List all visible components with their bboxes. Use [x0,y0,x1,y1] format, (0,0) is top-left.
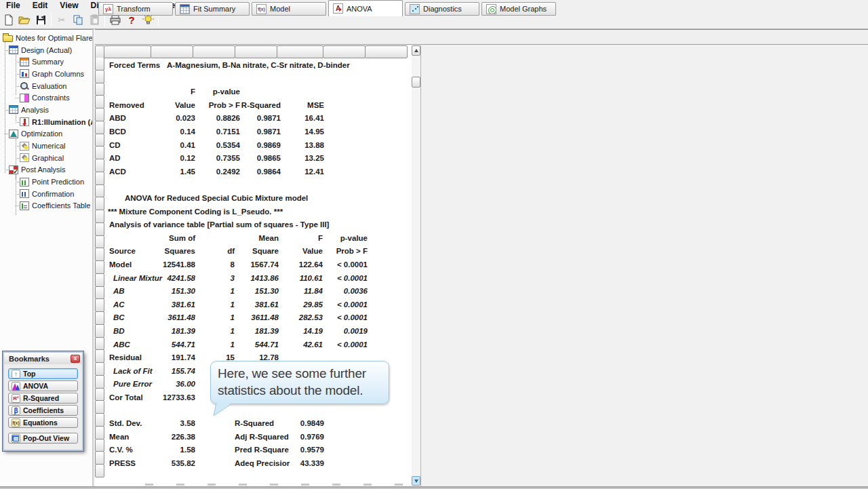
row-header-button[interactable] [95,70,104,83]
row-header-button[interactable] [95,311,104,325]
row-header-button[interactable] [95,388,104,402]
sidebar-item-confirmation[interactable]: Confirmation [0,188,92,200]
row-header-button[interactable] [95,248,104,261]
row-header-button[interactable] [95,210,104,223]
grid-corner-button[interactable] [95,45,104,58]
tab-diagnostics[interactable]: Diagnostics [405,2,479,16]
anova-row-abc: ABC 544.71 1 544.71 42.61 < 0.0001 [104,338,412,351]
row-header-button[interactable] [95,362,104,376]
row-header-button[interactable] [95,400,104,414]
row-header-button[interactable] [95,58,104,71]
row-header-button[interactable] [95,298,104,312]
column-header-button[interactable] [365,45,408,58]
open-folder-icon[interactable] [16,12,33,27]
row-header-button[interactable] [95,235,104,249]
graphical-icon [20,153,29,162]
tree-root-label: Notes for Optimal Flare wit [16,34,92,42]
row-header-button[interactable] [95,273,104,287]
bookmark-coefficients-button[interactable]: β Coefficients [8,405,78,416]
menu-file[interactable]: File [0,0,26,11]
anova-row-model: Model 12541.88 8 1567.74 122.64 < 0.0001 [104,258,412,271]
sidebar-item-design[interactable]: Design (Actual) [0,44,92,56]
row-header-button[interactable] [95,439,104,452]
row-header-button[interactable] [95,260,104,274]
row-header-button[interactable] [95,184,104,198]
bookmark-equations-button[interactable]: f(x) Equations [8,417,78,428]
close-icon[interactable]: x [71,355,80,363]
row-header-button[interactable] [95,337,104,351]
row-header-button[interactable] [95,83,104,96]
column-header-button[interactable] [151,45,193,58]
vertical-scrollbar[interactable] [412,45,421,486]
row-header-button[interactable] [95,146,104,159]
row-header-button[interactable] [95,121,104,134]
sidebar-item-analysis[interactable]: Analysis [0,104,92,116]
bookmark-anova-button[interactable]: ANOVA [8,380,78,391]
row-header-button[interactable] [95,95,104,109]
menu-view[interactable]: View [54,0,84,11]
copy-icon[interactable] [70,12,86,27]
row-header-button[interactable] [95,222,104,236]
bookmark-top-button[interactable]: ↑ Top [8,368,78,379]
save-icon[interactable] [33,12,49,27]
row-header-button[interactable] [95,413,104,427]
row-header-button[interactable] [95,324,104,338]
sidebar-item-graphical[interactable]: Graphical [0,152,92,164]
row-header-button[interactable] [95,464,104,477]
row-header-button[interactable] [95,375,104,389]
row-header-button[interactable] [95,349,104,363]
row-header-button[interactable] [95,197,104,210]
bookmark-r-squared-button[interactable]: R² R-Squared [8,393,78,404]
sidebar-item-numerical[interactable]: Numerical [0,140,92,152]
scrollbar-thumb[interactable] [412,77,420,87]
pop-out-view-button[interactable]: Pop-Out View [8,433,78,444]
tree-root-notes[interactable]: Notes for Optimal Flare wit [0,32,92,44]
anova-header: Source Squares df Square Value Prob > F [104,244,412,258]
column-header-button[interactable] [104,45,151,58]
cut-icon[interactable]: ✂ [54,12,70,27]
summary-table-icon [20,58,29,66]
bookmarks-title-bar[interactable]: Bookmarks x [4,353,82,364]
row-header-button[interactable] [95,451,104,465]
sidebar-item-r1-illumination[interactable]: R1:Illumination (A [0,116,92,128]
row-header-button[interactable] [95,108,104,121]
callout-tail [212,403,235,416]
removed-row: AD 0.12 0.7355 0.9865 13.25 [104,151,412,165]
tab-fit-summary[interactable]: Fit Summary [175,2,250,16]
scroll-down-button[interactable] [412,476,420,486]
peaks-icon [12,382,20,391]
sidebar-item-constraints[interactable]: Constraints [0,92,92,104]
column-header-button[interactable] [193,45,235,58]
row-header-button[interactable] [95,286,104,300]
sidebar-item-evaluation[interactable]: Evaluation [0,80,92,92]
stats-row: PRESS 535.82 Adeq Precisior 43.339 [104,456,412,470]
sidebar-item-point-prediction[interactable]: Point Prediction [0,176,92,188]
scroll-up-button[interactable] [412,45,420,56]
confirmation-icon [20,189,29,198]
sidebar-item-summary[interactable]: Summary [0,56,92,68]
tab-model-graphs[interactable]: Model Graphs [481,2,556,16]
annotation-callout: Here, we see some further statistics abo… [210,361,389,404]
forced-terms-row: Forced Terms A-Magnesium, B-Na nitrate, … [104,58,412,72]
tab-anova[interactable]: ANOVA [328,0,403,16]
column-header-button[interactable] [277,45,323,58]
row-header-button[interactable] [95,159,104,172]
response-icon [20,117,29,126]
row-header-button[interactable] [95,134,104,147]
menu-edit[interactable]: Edit [26,0,54,11]
design-table-icon [9,45,18,54]
row-header-button[interactable] [95,172,104,185]
popout-window-icon [12,434,20,443]
sidebar-item-post-analysis[interactable]: Post Analysis [0,164,92,176]
new-document-icon[interactable] [0,12,16,27]
tab-transform[interactable]: Transform [98,2,173,16]
anova-header-top: Sum of Mean F p-value [104,231,412,245]
column-header-button[interactable] [235,45,277,58]
sidebar-item-optimization[interactable]: Optimization [0,128,92,140]
tab-model[interactable]: Model [252,2,326,16]
sidebar-item-graph-columns[interactable]: Graph Columns [0,68,92,80]
sidebar-item-coefficients-table[interactable]: Coefficients Table [0,200,92,212]
column-header-button[interactable] [323,45,366,58]
anova-row-ab: AB 151.30 1 151.30 11.84 0.0036 [104,284,412,298]
row-header-button[interactable] [95,426,104,439]
